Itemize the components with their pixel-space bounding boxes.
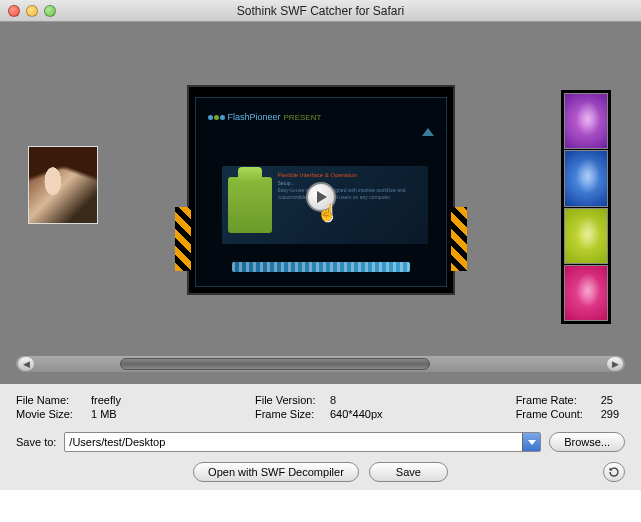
save-path-value: /Users/test/Desktop [69,436,165,448]
movie-size-value: 1 MB [91,408,117,420]
save-path-combo[interactable]: /Users/test/Desktop [64,432,541,452]
save-to-label: Save to: [16,436,56,448]
refresh-button[interactable] [603,462,625,482]
content-text: Flexible Interface & Operation Setup... … [278,172,422,238]
window-title: Sothink SWF Catcher for Safari [0,4,641,18]
save-button[interactable]: Save [369,462,448,482]
thumbnail-left[interactable] [28,146,98,224]
file-version-label: File Version: [255,394,330,406]
scroll-right-button[interactable]: ▶ [607,357,623,371]
info-grid: File Name:freefly Movie Size:1 MB File V… [16,394,625,420]
browse-button[interactable]: Browse... [549,432,625,452]
thumbnail-pink[interactable] [564,265,608,321]
hazard-stripe-left [175,207,191,271]
brand-text: FlashPioneer [228,112,281,122]
preview-row: FlashPioneer PRESENT Flexible Interface … [16,36,625,344]
brand-suffix: PRESENT [284,113,322,122]
scroll-thumb[interactable] [120,358,430,370]
chevron-down-icon[interactable] [522,433,540,451]
file-name-value: freefly [91,394,121,406]
frame-rate-label: Frame Rate: [516,394,601,406]
info-area: File Name:freefly Movie Size:1 MB File V… [0,384,641,490]
horizontal-scrollbar[interactable]: ◀ ▶ [16,356,625,372]
action-row: Open with SWF Decompiler Save [16,462,625,482]
frame-rate-value: 25 [601,394,613,406]
file-name-label: File Name: [16,394,91,406]
refresh-icon [608,466,620,478]
cursor-icon: ☝ [317,203,337,222]
frame-count-value: 299 [601,408,619,420]
swf-player[interactable]: FlashPioneer PRESENT Flexible Interface … [187,85,455,295]
product-icon [228,177,272,233]
file-version-value: 8 [330,394,336,406]
thumbnail-purple[interactable] [564,93,608,149]
thumbnail-strip [561,90,611,324]
brand-logo: FlashPioneer PRESENT [208,112,322,122]
frame-size-label: Frame Size: [255,408,330,420]
preview-area: FlashPioneer PRESENT Flexible Interface … [0,22,641,384]
open-decompiler-button[interactable]: Open with SWF Decompiler [193,462,359,482]
movie-size-label: Movie Size: [16,408,91,420]
frame-count-label: Frame Count: [516,408,601,420]
hazard-stripe-right [451,207,467,271]
frame-size-value: 640*440px [330,408,383,420]
save-row: Save to: /Users/test/Desktop Browse... [16,432,625,452]
titlebar: Sothink SWF Catcher for Safari [0,0,641,22]
player-progress[interactable] [232,262,410,272]
thumbnail-green[interactable] [564,208,608,264]
nav-arrow-icon [422,128,434,136]
thumbnail-blue[interactable] [564,150,608,206]
scroll-track[interactable] [40,359,601,369]
scroll-left-button[interactable]: ◀ [18,357,34,371]
